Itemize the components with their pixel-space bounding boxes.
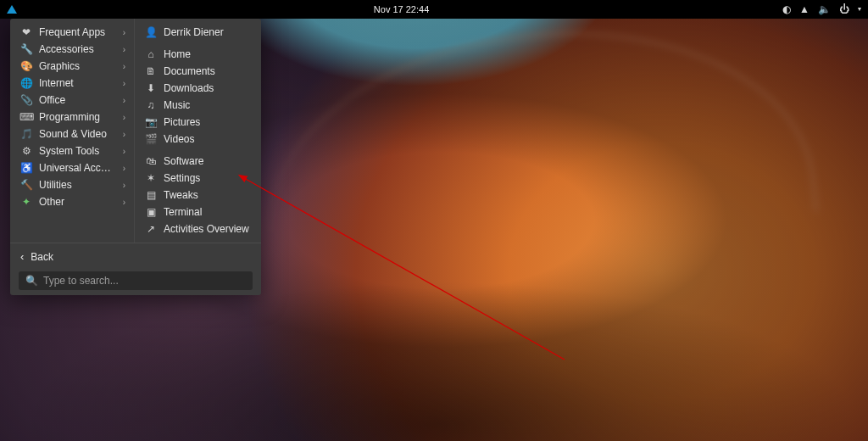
category-label: Universal Access [39,162,116,174]
category-icon: ♿ [20,162,32,174]
place-icon: 🗎 [145,65,157,77]
volume-icon[interactable]: 🔈 [818,4,831,14]
chevron-left-icon: ‹ [20,250,24,263]
category-icon: ✦ [20,196,32,208]
places-pane: 👤 Derrik Diener ⌂Home🗎Documents⬇Download… [134,19,261,243]
category-label: Office [39,94,116,106]
category-label: Other [39,196,116,208]
power-menu-icon[interactable]: ⏻ [839,4,849,14]
chevron-right-icon: › [123,113,125,122]
place-icon: 🎬 [145,133,157,145]
category-icon: 🔧 [20,43,32,55]
place-item[interactable]: ♫Music [135,97,261,114]
system-label: Settings [164,172,253,184]
system-icon: ▣ [145,206,157,218]
system-icon: ✶ [145,172,157,184]
chevron-right-icon: › [123,62,125,71]
category-icon: ⌨ [20,111,32,123]
back-label: Back [31,251,53,263]
category-item[interactable]: 📎Office› [10,92,134,109]
user-header[interactable]: 👤 Derrik Diener [135,24,261,41]
system-item[interactable]: 🛍Software [135,153,261,170]
category-item[interactable]: 🔧Accessories› [10,41,134,58]
category-label: Utilities [39,179,116,191]
system-menu-chevron-icon[interactable]: ▾ [858,6,861,13]
search-input[interactable] [43,275,246,287]
place-label: Downloads [164,82,253,94]
category-label: System Tools [39,145,116,157]
network-icon[interactable]: ▲ [799,4,810,14]
chevron-right-icon: › [123,45,125,54]
chevron-right-icon: › [123,130,125,139]
system-item[interactable]: ✶Settings [135,170,261,187]
category-item[interactable]: ✦Other› [10,193,134,210]
system-icon: ↗ [145,223,157,235]
category-label: Frequent Apps [39,26,116,38]
category-item[interactable]: 🌐Internet› [10,75,134,92]
panel-clock[interactable]: Nov 17 22:44 [27,4,776,14]
search-icon: 🔍 [25,275,38,287]
category-icon: ❤ [20,26,32,38]
category-icon: 🎵 [20,128,32,140]
category-label: Graphics [39,60,116,72]
chevron-right-icon: › [123,28,125,37]
category-icon: 📎 [20,94,32,106]
system-icon: 🛍 [145,155,157,167]
system-label: Tweaks [164,189,253,201]
category-item[interactable]: 🎨Graphics› [10,58,134,75]
place-label: Music [164,99,253,111]
place-label: Videos [164,133,253,145]
category-label: Sound & Video [39,128,116,140]
category-label: Accessories [39,43,116,55]
place-item[interactable]: 📷Pictures [135,114,261,131]
chevron-right-icon: › [123,164,125,173]
place-label: Home [164,48,253,60]
place-icon: ⌂ [145,48,157,60]
category-icon: 🎨 [20,60,32,72]
search-input-wrapper[interactable]: 🔍 [19,271,253,290]
place-item[interactable]: ⌂Home [135,46,261,63]
category-item[interactable]: ⚙System Tools› [10,142,134,159]
category-icon: 🔨 [20,179,32,191]
distro-logo-icon[interactable] [7,5,17,14]
category-icon: 🌐 [20,77,32,89]
user-name-label: Derrik Diener [164,26,253,38]
system-item[interactable]: ↗Activities Overview [135,220,261,237]
category-item[interactable]: 🔨Utilities› [10,176,134,193]
place-label: Documents [164,65,253,77]
chevron-right-icon: › [123,79,125,88]
category-label: Internet [39,77,116,89]
top-panel: Nov 17 22:44 ◐ ▲ 🔈 ⏻ ▾ [0,0,868,19]
place-icon: ♫ [145,99,157,111]
application-menu: ❤Frequent Apps›🔧Accessories›🎨Graphics›🌐I… [10,19,261,295]
category-item[interactable]: ❤Frequent Apps› [10,24,134,41]
user-avatar-icon: 👤 [145,26,157,38]
chevron-right-icon: › [123,96,125,105]
system-icon: ▤ [145,189,157,201]
chevron-right-icon: › [123,181,125,190]
system-item[interactable]: ▤Tweaks [135,187,261,204]
system-label: Software [164,155,253,167]
tray-app-icon[interactable]: ◐ [782,4,791,14]
back-button[interactable]: ‹ Back [19,248,253,266]
category-item[interactable]: ⌨Programming› [10,109,134,126]
place-icon: 📷 [145,116,157,128]
place-item[interactable]: 🗎Documents [135,63,261,80]
chevron-right-icon: › [123,147,125,156]
place-item[interactable]: 🎬Videos [135,131,261,148]
system-label: Activities Overview [164,223,253,235]
system-label: Terminal [164,206,253,218]
place-label: Pictures [164,116,253,128]
category-label: Programming [39,111,116,123]
system-item[interactable]: ▣Terminal [135,204,261,220]
category-item[interactable]: ♿Universal Access› [10,159,134,176]
place-icon: ⬇ [145,82,157,94]
place-item[interactable]: ⬇Downloads [135,80,261,97]
category-icon: ⚙ [20,145,32,157]
chevron-right-icon: › [123,198,125,207]
category-pane: ❤Frequent Apps›🔧Accessories›🎨Graphics›🌐I… [10,19,134,243]
category-item[interactable]: 🎵Sound & Video› [10,126,134,142]
